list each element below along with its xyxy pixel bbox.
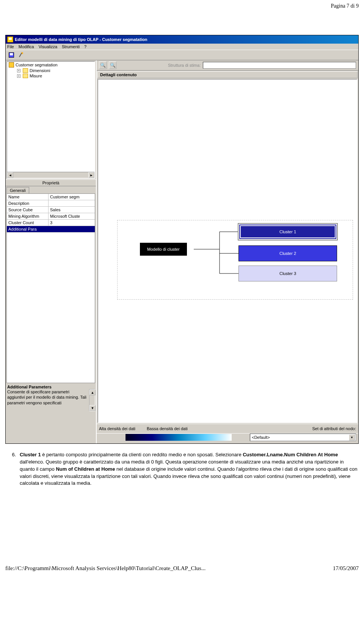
- footer-date: 17/05/2007: [333, 565, 359, 572]
- prop-value: [49, 200, 95, 206]
- zoom-in-button[interactable]: 🔍: [99, 61, 107, 69]
- expand-icon[interactable]: +: [17, 74, 20, 78]
- bottom-bar: Alta densità dei dati Bassa densità dei …: [97, 424, 358, 433]
- cube-icon: [9, 62, 14, 68]
- zoom-out-button[interactable]: 🔍: [109, 61, 116, 69]
- prop-key: Description: [7, 200, 49, 206]
- tree-misure-label: Misure: [30, 74, 42, 78]
- density-low-label: Bassa densità dei dati: [147, 426, 188, 431]
- document-body: Cluster 1 è pertanto composto principalm…: [0, 444, 364, 495]
- section-dettagli: Dettagli contenuto: [97, 71, 358, 78]
- prop-row-mining-algorithm[interactable]: Mining Algorithm Microsoft Cluste: [7, 213, 95, 220]
- stima-input[interactable]: [203, 62, 356, 69]
- prop-key: Name: [7, 194, 49, 200]
- titlebar: Editor modelli di data mining di tipo OL…: [6, 35, 358, 44]
- density-high-label: Alta densità dei dati: [99, 426, 135, 431]
- main-area: Customer segmatation + Dimensioni + Misu…: [6, 60, 358, 443]
- cluster-3-node[interactable]: Cluster 3: [238, 266, 337, 281]
- text-1: è pertanto composto principalmente da cl…: [41, 452, 243, 457]
- left-panel: Customer segmatation + Dimensioni + Misu…: [6, 60, 97, 443]
- prop-key: Mining Algorithm: [7, 213, 49, 219]
- cluster-1-node[interactable]: Cluster 1: [238, 224, 337, 240]
- save-icon: [9, 52, 14, 58]
- prop-value: Microsoft Cluste: [49, 213, 95, 219]
- app-window: Editor modelli di data mining di tipo OL…: [5, 35, 359, 444]
- page-number: Pagina 7 di 9: [0, 0, 364, 12]
- properties-title: Proprietà: [6, 179, 96, 186]
- prop-key: Cluster Count: [7, 220, 49, 226]
- wand-icon: [19, 52, 24, 58]
- tab-generali[interactable]: Generali: [6, 187, 29, 193]
- right-toolbar: 🔍 🔍 Struttura di stima:: [97, 60, 358, 71]
- help-title: Additional Parameters: [6, 384, 95, 389]
- properties-tabs: Generali: [6, 186, 96, 193]
- tree-dimensioni[interactable]: + Dimensioni: [7, 68, 94, 73]
- cluster-root-node[interactable]: Modello di cluster: [140, 243, 187, 256]
- prop-key: Additional Para: [7, 226, 49, 232]
- expand-icon[interactable]: +: [17, 69, 20, 72]
- prop-value: Sales: [49, 207, 95, 213]
- density-gradient: [126, 434, 232, 441]
- footer-path: file://C:\Programmi\Microsoft Analysis S…: [5, 565, 206, 572]
- footer: file://C:\Programmi\Microsoft Analysis S…: [0, 563, 364, 574]
- help-text: Consente di specificare parametri aggiun…: [6, 389, 88, 411]
- help-pane: Additional Parameters Consente di specif…: [6, 384, 95, 411]
- prop-row-description[interactable]: Description: [7, 200, 95, 207]
- tree-misure[interactable]: + Misure: [7, 73, 94, 79]
- cluster-2-node[interactable]: Cluster 2: [238, 245, 337, 261]
- zoom-out-icon: 🔍: [110, 63, 116, 68]
- scroll-left-icon[interactable]: ◄: [7, 172, 13, 178]
- menu-strumenti[interactable]: Strumenti: [62, 44, 80, 49]
- tree-root-label: Customer segmatation: [16, 63, 58, 67]
- menubar: File Modifica Visualizza Strumenti ?: [6, 44, 358, 50]
- wizard-button[interactable]: [17, 51, 25, 59]
- save-button[interactable]: [7, 51, 16, 59]
- help-scrollbar[interactable]: ▲ ▼: [89, 389, 95, 411]
- scroll-down-icon[interactable]: ▼: [89, 405, 96, 411]
- scroll-up-icon[interactable]: ▲: [89, 390, 96, 395]
- scroll-right-icon[interactable]: ►: [88, 172, 94, 178]
- bold-cluster1: Cluster 1: [20, 452, 41, 457]
- stima-label: Struttura di stima:: [168, 63, 201, 68]
- list-item-6: Cluster 1 è pertanto composto principalm…: [17, 451, 359, 487]
- nodo-label: Set di attributi del nodo:: [312, 426, 356, 431]
- prop-row-cluster-count[interactable]: Cluster Count 3: [7, 220, 95, 226]
- prop-value: 3: [49, 220, 95, 226]
- dropdown-icon[interactable]: ▼: [349, 434, 355, 440]
- nodo-select[interactable]: <Default> ▼: [250, 434, 356, 441]
- prop-row-additional-params[interactable]: Additional Para: [7, 226, 95, 233]
- menu-file[interactable]: File: [7, 44, 14, 49]
- screenshot-container: Editor modelli di data mining di tipo OL…: [0, 35, 364, 444]
- properties-grid: Name Customer segm Description Source Cu…: [6, 193, 95, 383]
- menu-modifica[interactable]: Modifica: [19, 44, 34, 49]
- menu-help[interactable]: ?: [84, 44, 86, 49]
- toolbar: [6, 50, 358, 60]
- tree-root[interactable]: Customer segmatation: [7, 62, 94, 68]
- zoom-in-icon: 🔍: [100, 63, 106, 68]
- tree-dimensioni-label: Dimensioni: [30, 68, 50, 73]
- prop-row-source-cube[interactable]: Source Cube Sales: [7, 207, 95, 213]
- window-icon: [7, 36, 13, 42]
- bold-fieldname: Customer.Lname.Num Children At Home: [243, 452, 338, 457]
- tree-hscrollbar[interactable]: ◄ ►: [7, 172, 94, 178]
- window-title: Editor modelli di data mining di tipo OL…: [15, 37, 147, 42]
- prop-value: [49, 226, 95, 232]
- folder-icon: [23, 68, 28, 73]
- nodo-value: <Default>: [252, 435, 270, 440]
- right-panel: 🔍 🔍 Struttura di stima: Dettagli contenu…: [97, 60, 358, 443]
- prop-key: Source Cube: [7, 207, 49, 213]
- tree-pane: Customer segmatation + Dimensioni + Misu…: [6, 61, 95, 179]
- menu-visualizza[interactable]: Visualizza: [39, 44, 57, 49]
- bold-numchildren: Num of Children at Home: [56, 466, 115, 472]
- prop-value: Customer segm: [49, 194, 95, 200]
- folder-icon: [23, 74, 28, 78]
- prop-row-name[interactable]: Name Customer segm: [7, 194, 95, 200]
- bottom-bar-2: <Default> ▼: [97, 433, 358, 443]
- diagram-canvas: Modello di cluster Cluster 1 Cluster 2 C…: [97, 79, 358, 423]
